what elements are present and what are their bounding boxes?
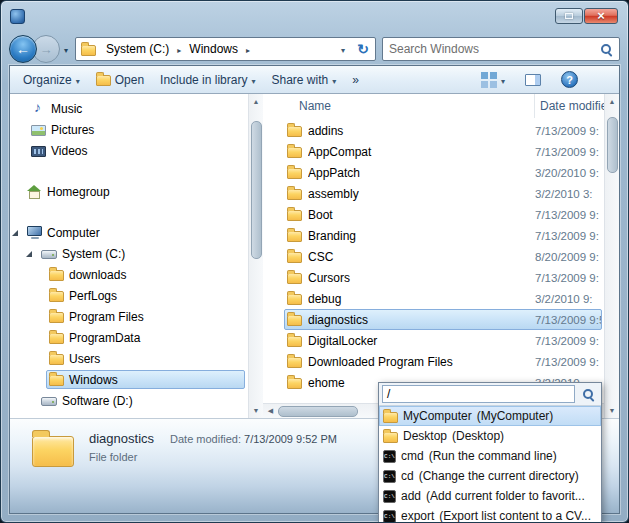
sidebar-item-users[interactable]: Users — [10, 348, 248, 369]
sidebar-item-label: Pictures — [51, 123, 94, 137]
open-button[interactable]: Open — [88, 69, 152, 91]
toolbar-overflow-button[interactable]: » — [344, 69, 367, 91]
breadcrumb-item-system-c[interactable]: System (C:) — [100, 40, 175, 58]
window-close-button[interactable] — [584, 8, 618, 24]
file-row-diagnostics[interactable]: diagnostics7/13/2009 9:5 — [263, 309, 604, 330]
popup-item-description: (Export list content to a CV... — [439, 509, 591, 523]
details-date-label: Date modified: — [170, 433, 241, 445]
popup-search-button[interactable] — [578, 388, 598, 401]
address-history-dropdown-icon[interactable] — [335, 42, 351, 56]
file-row-cursors[interactable]: Cursors7/13/2009 9: — [263, 267, 604, 288]
sidebar-item-windows[interactable]: Windows — [10, 369, 248, 390]
scroll-left-button[interactable] — [263, 404, 278, 419]
file-row-csc[interactable]: CSC8/20/2009 9: — [263, 246, 604, 267]
popup-item-export[interactable]: export(Export list content to a CV... — [379, 506, 601, 523]
file-row-digitallocker[interactable]: DigitalLocker7/13/2009 9: — [263, 330, 604, 351]
scroll-up-button[interactable] — [605, 94, 619, 109]
sidebar-item-downloads[interactable]: downloads — [10, 264, 248, 285]
column-header-date-modified[interactable]: Date modified — [535, 94, 604, 118]
file-row-apppatch[interactable]: AppPatch3/20/2010 9: — [263, 162, 604, 183]
file-row-downloaded-program-files[interactable]: Downloaded Program Files7/13/2009 9: — [263, 351, 604, 372]
chevron-down-icon — [251, 73, 255, 87]
titlebar[interactable] — [1, 1, 628, 33]
file-date-modified: 7/13/2009 9: — [535, 335, 601, 347]
sidebar-item-body: Software (D:) — [38, 391, 245, 410]
include-in-library-button[interactable]: Include in library — [152, 69, 263, 91]
sidebar-item-pictures[interactable]: Pictures — [10, 119, 248, 140]
expand-triangle-icon[interactable] — [26, 251, 32, 257]
breadcrumb-separator-icon[interactable] — [175, 42, 183, 56]
preview-pane-button[interactable] — [517, 69, 549, 91]
sidebar-item-music[interactable]: Music — [10, 98, 248, 119]
sidebar-item-body: PerfLogs — [46, 286, 245, 305]
file-list-scrollbar[interactable] — [604, 94, 619, 418]
organize-button[interactable]: Organize — [15, 69, 88, 91]
popup-search-input[interactable]: / — [382, 385, 575, 403]
sidebar-item-body: Pictures — [28, 120, 245, 139]
file-row-assembly[interactable]: assembly3/2/2010 3: — [263, 183, 604, 204]
recent-pages-chevron-icon[interactable] — [60, 42, 72, 56]
sidebar-item-homegroup[interactable]: Homegroup — [10, 181, 248, 202]
breadcrumb-separator-icon[interactable] — [244, 42, 252, 56]
file-date-modified: 7/13/2009 9: — [535, 209, 601, 221]
chevron-down-icon — [332, 73, 336, 87]
popup-item-description: (MyComputer) — [477, 409, 554, 423]
column-header-name[interactable]: Name — [263, 94, 535, 118]
popup-item-mycomputer[interactable]: MyComputer(MyComputer) — [379, 406, 601, 426]
sidebar-item-videos[interactable]: Videos — [10, 140, 248, 161]
back-button[interactable] — [9, 35, 37, 63]
file-row-debug[interactable]: debug3/2/2010 9: — [263, 288, 604, 309]
sidebar-item-computer[interactable]: Computer — [10, 222, 248, 243]
search-icon[interactable] — [600, 43, 613, 56]
scrollbar-thumb[interactable] — [251, 121, 262, 259]
folder-icon — [287, 252, 302, 263]
file-row-boot[interactable]: Boot7/13/2009 9: — [263, 204, 604, 225]
folder-icon — [287, 315, 302, 326]
popup-item-desktop[interactable]: Desktop(Desktop) — [379, 426, 601, 446]
details-item-name: diagnostics — [89, 431, 154, 446]
folder-icon — [287, 294, 302, 305]
folder-icon — [287, 357, 302, 368]
file-date-modified: 8/20/2009 9: — [535, 251, 601, 263]
folder-icon — [383, 412, 398, 423]
sidebar-item-body: System (C:) — [38, 244, 245, 263]
popup-item-name: export — [401, 509, 434, 523]
breadcrumb-item-windows[interactable]: Windows — [183, 40, 244, 58]
sidebar-item-perflogs[interactable]: PerfLogs — [10, 285, 248, 306]
file-row-addins[interactable]: addins7/13/2009 9: — [263, 120, 604, 141]
expand-triangle-icon[interactable] — [12, 230, 18, 236]
scroll-down-button[interactable] — [605, 403, 619, 418]
scroll-up-button[interactable] — [249, 94, 263, 109]
homegroup-icon — [27, 185, 42, 198]
popup-item-cd[interactable]: cd(Change the current directory) — [379, 466, 601, 486]
tree-indent — [10, 316, 46, 317]
address-bar[interactable]: System (C:)Windows — [75, 37, 376, 61]
sidebar-item-system-c[interactable]: System (C:) — [10, 243, 248, 264]
folder-icon — [49, 375, 64, 386]
popup-item-add[interactable]: add(Add current folder to favorit... — [379, 486, 601, 506]
popup-item-name: add — [401, 489, 421, 503]
window-maximize-button[interactable] — [555, 8, 583, 24]
details-item-type: File folder — [89, 451, 337, 463]
change-view-button[interactable] — [473, 69, 513, 91]
scrollbar-thumb[interactable] — [607, 117, 618, 173]
search-box[interactable]: Search Windows — [382, 37, 620, 61]
file-row-appcompat[interactable]: AppCompat7/13/2009 9: — [263, 141, 604, 162]
sidebar-item-label: Computer — [47, 226, 100, 240]
refresh-icon[interactable] — [351, 38, 375, 60]
scroll-down-button[interactable] — [249, 403, 263, 418]
folder-icon — [49, 312, 64, 323]
share-with-button[interactable]: Share with — [263, 69, 344, 91]
cmd-icon — [383, 470, 396, 483]
popup-item-name: cmd — [401, 449, 424, 463]
sidebar-item-programdata[interactable]: ProgramData — [10, 327, 248, 348]
help-button[interactable] — [553, 69, 586, 91]
file-row-branding[interactable]: Branding7/13/2009 9: — [263, 225, 604, 246]
popup-item-cmd[interactable]: cmd(Run the command line) — [379, 446, 601, 466]
scrollbar-thumb[interactable] — [278, 406, 358, 417]
sidebar-scrollbar[interactable] — [248, 94, 263, 418]
drive-icon — [41, 397, 57, 406]
sidebar-item-software-d[interactable]: Software (D:) — [10, 390, 248, 411]
sidebar-item-program-files[interactable]: Program Files — [10, 306, 248, 327]
sidebar-item-body: ProgramData — [46, 328, 245, 347]
